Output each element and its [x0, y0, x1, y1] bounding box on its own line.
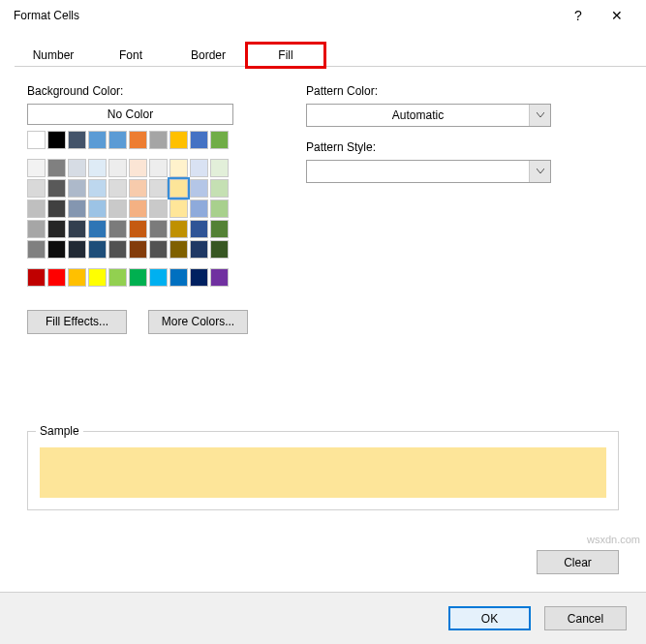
color-swatch[interactable]: [68, 240, 86, 259]
color-swatch[interactable]: [210, 220, 229, 238]
color-swatch[interactable]: [149, 268, 168, 287]
more-colors-button[interactable]: More Colors...: [148, 310, 248, 334]
pattern-color-value: Automatic: [307, 108, 529, 122]
color-swatch[interactable]: [169, 131, 188, 149]
color-swatch[interactable]: [108, 159, 127, 177]
tab-font[interactable]: Font: [92, 44, 169, 67]
color-swatch[interactable]: [108, 131, 127, 149]
color-swatch[interactable]: [27, 220, 46, 238]
close-button[interactable]: ✕: [598, 0, 636, 31]
fill-effects-button[interactable]: Fill Effects...: [27, 310, 127, 334]
color-swatch[interactable]: [190, 159, 208, 177]
color-swatch[interactable]: [149, 131, 168, 149]
color-swatch[interactable]: [27, 179, 46, 198]
color-swatch[interactable]: [129, 159, 147, 177]
color-swatch[interactable]: [88, 179, 107, 198]
color-swatch[interactable]: [88, 199, 107, 218]
color-swatch[interactable]: [169, 199, 188, 218]
color-swatch[interactable]: [129, 220, 147, 238]
color-swatch[interactable]: [27, 240, 46, 259]
color-swatch[interactable]: [47, 199, 66, 218]
color-swatch[interactable]: [210, 268, 229, 287]
tab-number[interactable]: Number: [15, 44, 92, 67]
color-swatch[interactable]: [88, 240, 107, 259]
color-swatch[interactable]: [149, 159, 168, 177]
color-swatch[interactable]: [169, 268, 188, 287]
cancel-button[interactable]: Cancel: [544, 606, 627, 630]
color-swatch[interactable]: [210, 240, 229, 259]
clear-row: Clear: [0, 538, 646, 593]
color-swatch[interactable]: [47, 131, 66, 149]
color-swatch[interactable]: [68, 199, 86, 218]
color-swatch[interactable]: [47, 240, 66, 259]
color-swatch[interactable]: [88, 159, 107, 177]
color-swatch[interactable]: [129, 179, 147, 198]
color-swatch[interactable]: [190, 240, 208, 259]
color-swatch[interactable]: [47, 268, 66, 287]
color-swatch[interactable]: [88, 268, 107, 287]
color-swatch[interactable]: [149, 179, 168, 198]
bottom-area: Clear OK Cancel: [0, 538, 646, 644]
color-swatch[interactable]: [149, 240, 168, 259]
sample-label: Sample: [36, 424, 83, 438]
color-swatch[interactable]: [27, 159, 46, 177]
color-swatch[interactable]: [210, 131, 229, 149]
color-swatch[interactable]: [47, 179, 66, 198]
tab-fill[interactable]: Fill: [247, 44, 324, 67]
color-swatch[interactable]: [27, 131, 46, 149]
pattern-style-combo[interactable]: [306, 160, 551, 183]
color-swatch[interactable]: [149, 220, 168, 238]
color-swatch[interactable]: [68, 179, 86, 198]
color-swatch[interactable]: [190, 179, 208, 198]
color-swatch[interactable]: [88, 131, 107, 149]
chevron-down-icon: [529, 105, 550, 126]
color-swatch[interactable]: [68, 268, 86, 287]
color-swatch[interactable]: [210, 179, 229, 198]
color-swatch[interactable]: [129, 240, 147, 259]
color-swatch[interactable]: [129, 268, 147, 287]
color-swatch[interactable]: [129, 131, 147, 149]
color-swatch[interactable]: [108, 268, 127, 287]
color-swatch[interactable]: [149, 199, 168, 218]
color-swatch[interactable]: [190, 131, 208, 149]
dialog-footer: OK Cancel: [0, 593, 646, 644]
tab-strip: Number Font Border Fill: [15, 43, 646, 67]
right-column: Pattern Color: Automatic Pattern Style:: [306, 84, 551, 334]
color-swatch[interactable]: [108, 179, 127, 198]
color-swatch[interactable]: [190, 268, 208, 287]
color-swatch[interactable]: [108, 199, 127, 218]
pattern-style-label: Pattern Style:: [306, 140, 551, 154]
ok-button[interactable]: OK: [448, 606, 531, 630]
pattern-color-combo[interactable]: Automatic: [306, 104, 551, 127]
color-swatch[interactable]: [169, 159, 188, 177]
watermark: wsxdn.com: [587, 534, 640, 545]
help-button[interactable]: ?: [559, 0, 598, 31]
color-swatch[interactable]: [68, 159, 86, 177]
left-column: Background Color: No Color Fill Effects.…: [27, 84, 248, 334]
color-swatch[interactable]: [210, 159, 229, 177]
color-swatch[interactable]: [47, 159, 66, 177]
color-swatch[interactable]: [129, 199, 147, 218]
color-swatch[interactable]: [169, 220, 188, 238]
color-swatch[interactable]: [169, 179, 188, 198]
color-swatch[interactable]: [88, 220, 107, 238]
button-row: Fill Effects... More Colors...: [27, 310, 248, 334]
clear-button[interactable]: Clear: [537, 550, 619, 574]
color-palette: [27, 131, 248, 287]
color-swatch[interactable]: [68, 131, 86, 149]
color-swatch[interactable]: [108, 220, 127, 238]
color-swatch[interactable]: [27, 199, 46, 218]
color-swatch[interactable]: [190, 199, 208, 218]
tab-border[interactable]: Border: [169, 44, 247, 67]
color-swatch[interactable]: [190, 220, 208, 238]
fill-panel: Background Color: No Color Fill Effects.…: [0, 67, 646, 344]
background-color-label: Background Color:: [27, 84, 248, 98]
titlebar: Format Cells ? ✕: [0, 0, 646, 31]
color-swatch[interactable]: [210, 199, 229, 218]
color-swatch[interactable]: [169, 240, 188, 259]
color-swatch[interactable]: [27, 268, 46, 287]
no-color-button[interactable]: No Color: [27, 104, 233, 125]
color-swatch[interactable]: [108, 240, 127, 259]
color-swatch[interactable]: [68, 220, 86, 238]
color-swatch[interactable]: [47, 220, 66, 238]
